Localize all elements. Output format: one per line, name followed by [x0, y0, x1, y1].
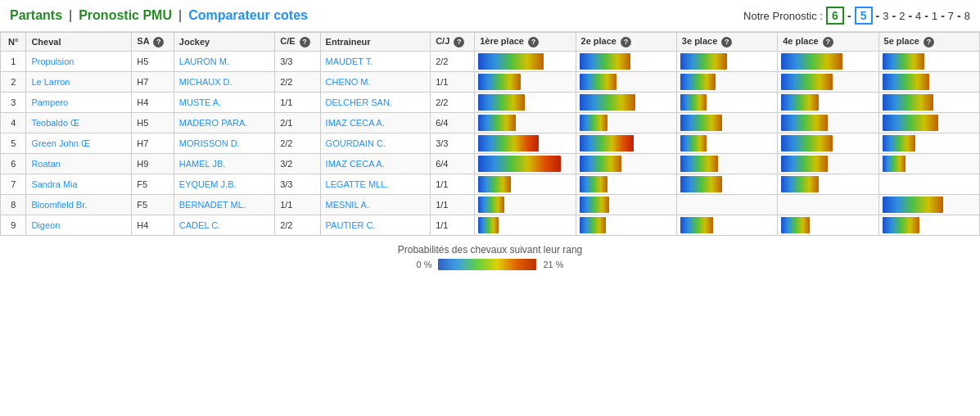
footer: Probabilités des chevaux suivant leur ra…	[0, 236, 980, 274]
jockey-link[interactable]: LAURON M.	[179, 57, 229, 66]
table-row: 4 Teobaldo Œ H5 MADERO PARA. 2/1 IMAZ CE…	[1, 113, 980, 133]
p2-question-icon[interactable]: ?	[621, 37, 631, 47]
cell-p5	[878, 195, 979, 215]
comparateur-link[interactable]: Comparateur cotes	[188, 8, 308, 23]
trainer-link[interactable]: LEGATTE MLL.	[326, 179, 389, 189]
col-cheval: Cheval	[26, 33, 132, 52]
cell-p1	[475, 174, 576, 195]
cell-jockey: MUSTE A.	[174, 93, 274, 113]
cj-question-icon[interactable]: ?	[454, 37, 464, 47]
cell-jockey: MORISSON D.	[174, 133, 274, 154]
sep1: |	[69, 8, 72, 23]
cell-cj: 1/1	[431, 195, 475, 215]
cell-p1	[475, 52, 576, 72]
jockey-link[interactable]: MUSTE A.	[179, 97, 221, 107]
cell-jockey: BERNADET ML.	[174, 195, 274, 215]
cell-p4	[778, 174, 878, 195]
pronostic-sep-2: -	[876, 9, 880, 22]
horse-link[interactable]: Sandra Mia	[31, 179, 77, 189]
sa-question-icon[interactable]: ?	[153, 37, 164, 47]
cell-ce: 2/2	[275, 133, 320, 154]
p3-question-icon[interactable]: ?	[721, 37, 732, 47]
cell-p3	[676, 154, 777, 174]
header-right: Notre Pronostic : 6 - 5 - 3 - 2 - 4 - 1 …	[743, 7, 970, 25]
col-p1: 1ère place ?	[475, 33, 576, 52]
pronostic-7: 7	[948, 10, 954, 22]
p1-question-icon[interactable]: ?	[528, 37, 539, 47]
pronostic-2: 2	[899, 10, 905, 22]
cell-ce: 2/2	[275, 215, 320, 236]
cell-horse: Sandra Mia	[26, 174, 132, 195]
cell-sa: F5	[132, 174, 174, 195]
cell-trainer: GOURDAIN C.	[320, 133, 431, 154]
cell-p5	[878, 93, 979, 113]
cell-ce: 1/1	[275, 195, 320, 215]
pronostic-sep-3: -	[892, 9, 896, 22]
cell-p4	[778, 215, 878, 236]
cell-jockey: HAMEL JB.	[174, 154, 274, 174]
footer-label: Probabilités des chevaux suivant leur ra…	[0, 244, 980, 255]
jockey-link[interactable]: HAMEL JB.	[179, 159, 225, 169]
cell-trainer: LEGATTE MLL.	[320, 174, 431, 195]
cell-sa: F5	[132, 195, 174, 215]
cell-p1	[475, 113, 576, 133]
cell-ce: 1/1	[275, 93, 320, 113]
horse-link[interactable]: Roatan	[31, 159, 60, 169]
legend-min: 0 %	[416, 260, 431, 269]
cell-jockey: EYQUEM J.B.	[174, 174, 274, 195]
p5-question-icon[interactable]: ?	[924, 37, 934, 47]
pmu-link[interactable]: Pronostic PMU	[79, 8, 172, 23]
trainer-link[interactable]: MAUDET T.	[326, 57, 373, 66]
cell-trainer: IMAZ CECA A.	[320, 113, 431, 133]
cell-p5	[878, 72, 979, 93]
cell-horse: Green John Œ	[26, 133, 132, 154]
cell-sa: H4	[132, 93, 174, 113]
cell-cj: 1/1	[431, 72, 475, 93]
cell-sa: H4	[132, 215, 174, 236]
col-ce: C/E ?	[275, 33, 320, 52]
jockey-link[interactable]: MICHAUX D.	[179, 77, 233, 87]
horse-link[interactable]: Digeon	[31, 220, 60, 230]
trainer-link[interactable]: GOURDAIN C.	[326, 138, 386, 148]
main-table-wrapper: N° Cheval SA ? Jockey C/E ? Entraineur C…	[0, 32, 980, 236]
trainer-link[interactable]: MESNIL A.	[326, 200, 369, 210]
cell-p2	[576, 72, 676, 93]
cell-num: 4	[1, 113, 26, 133]
sep2: |	[178, 8, 182, 23]
horse-link[interactable]: Teobaldo Œ	[31, 118, 79, 128]
cell-sa: H5	[132, 52, 174, 72]
ce-question-icon[interactable]: ?	[300, 37, 310, 47]
cell-trainer: IMAZ CECA A.	[320, 154, 431, 174]
cell-p4	[778, 72, 878, 93]
jockey-link[interactable]: MADERO PARA.	[179, 118, 248, 128]
jockey-link[interactable]: MORISSON D.	[179, 138, 240, 148]
cell-horse: Teobaldo Œ	[26, 113, 132, 133]
p4-question-icon[interactable]: ?	[823, 37, 833, 47]
cell-p3	[676, 93, 777, 113]
jockey-link[interactable]: CADEL C.	[179, 220, 220, 230]
notre-pronostic-label: Notre Pronostic :	[743, 10, 823, 22]
cell-p3	[676, 72, 777, 93]
trainer-link[interactable]: PAUTIER C.	[326, 220, 376, 230]
cell-ce: 3/2	[275, 154, 320, 174]
trainer-link[interactable]: CHENO M.	[326, 77, 371, 87]
legend-max: 21 %	[543, 260, 563, 269]
trainer-link[interactable]: IMAZ CECA A.	[326, 159, 385, 169]
cell-p3	[676, 133, 777, 154]
trainer-link[interactable]: DELCHER SAN.	[326, 97, 392, 107]
jockey-link[interactable]: BERNADET ML.	[179, 200, 246, 210]
cell-p3	[676, 215, 777, 236]
horse-link[interactable]: Green John Œ	[31, 138, 90, 148]
horse-link[interactable]: Pampero	[31, 97, 68, 107]
horse-link[interactable]: Propulsion	[31, 57, 74, 66]
trainer-link[interactable]: IMAZ CECA A.	[326, 118, 385, 128]
pronostic-sep-7: -	[957, 9, 961, 22]
partants-link[interactable]: Partants	[10, 8, 62, 23]
pronostic-sep-6: -	[941, 9, 945, 22]
cell-horse: Le Larron	[26, 72, 132, 93]
horse-link[interactable]: Bloomfield Br.	[31, 200, 87, 210]
cell-trainer: MESNIL A.	[320, 195, 431, 215]
jockey-link[interactable]: EYQUEM J.B.	[179, 179, 237, 189]
horse-link[interactable]: Le Larron	[31, 77, 70, 87]
cell-cj: 1/1	[431, 215, 475, 236]
